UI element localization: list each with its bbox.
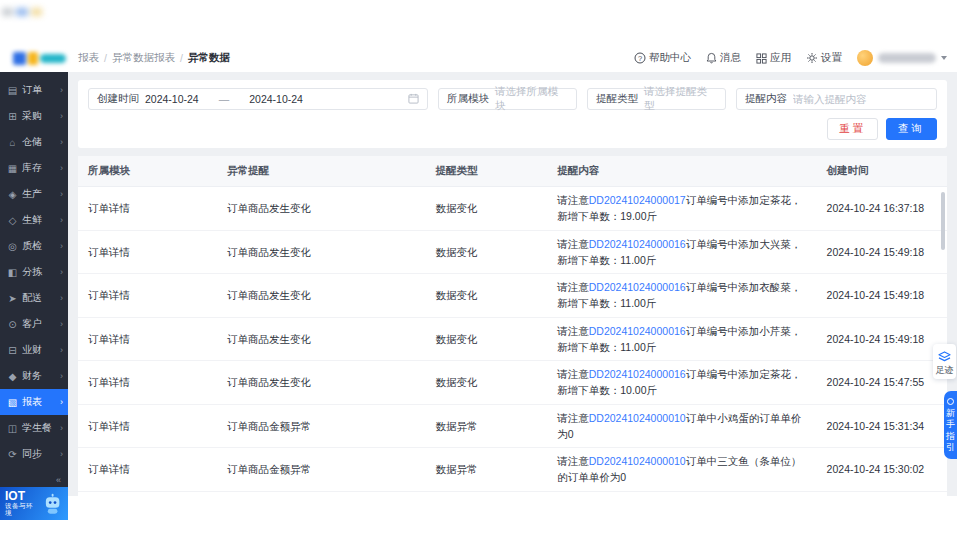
user-menu[interactable] (857, 50, 947, 66)
sidebar-item-label: 采购 (22, 109, 42, 123)
content-prefix: 请注意 (557, 194, 589, 206)
layers-icon (938, 351, 951, 362)
table-row: 订单详情订单商品发生变化数据变化请注意DD20241024000016订单编号中… (78, 274, 947, 318)
alert-type-select[interactable]: 提醒类型 请选择提醒类型 (587, 88, 726, 110)
app-logo[interactable] (0, 52, 78, 65)
cell-time: 2024-10-24 15:49:18 (817, 274, 947, 318)
sidebar-item-kucun[interactable]: ▦库存› (0, 155, 68, 181)
cell-content: 请注意DD20241024000016订单编号中添加小芹菜，新增下单数：11.0… (547, 317, 816, 361)
table-row: 订单详情订单商品金额异常数据异常请注意DD20241024000010订单中小鸡… (78, 404, 947, 448)
sidebar-item-cangchu[interactable]: ⌂仓储› (0, 129, 68, 155)
table-body: 订单详情订单商品发生变化数据变化请注意DD20241024000017订单编号中… (78, 187, 947, 497)
cell-type: 数据变化 (426, 230, 548, 274)
table-row: 订单详情订单商品发生变化数据变化请注意DD20241024000016订单编号中… (78, 230, 947, 274)
order-number-link[interactable]: DD20241024000016 (589, 368, 686, 380)
sidebar-item-tongbu[interactable]: ⟳同步› (0, 441, 68, 467)
col-header-module: 所属模块 (78, 156, 217, 187)
settings-button[interactable]: 设置 (806, 51, 842, 65)
bell-icon (706, 52, 717, 64)
content-prefix: 请注意 (557, 412, 589, 424)
alert-content-input[interactable] (793, 93, 928, 105)
guide-label: 新手指引 (946, 408, 955, 452)
sidebar-item-label: 仓储 (22, 135, 42, 149)
chevron-down-icon (941, 56, 947, 60)
sidebar-item-zhijian[interactable]: ◎质检› (0, 233, 68, 259)
breadcrumb-item[interactable]: 异常数据报表 (112, 51, 175, 65)
date-separator: — (205, 93, 244, 105)
chevron-right-icon: › (60, 163, 63, 173)
iot-logo-block[interactable]: IOT 设备与环境 (0, 487, 68, 520)
cell-type: 数据变化 (426, 491, 548, 496)
reset-button[interactable]: 重置 (827, 118, 878, 140)
sidebar-item-kehu[interactable]: ⊙客户› (0, 311, 68, 337)
cell-type: 数据变化 (426, 274, 548, 318)
apps-button[interactable]: 应用 (756, 51, 791, 65)
sidebar-item-label: 分拣 (22, 265, 42, 279)
order-number-link[interactable]: DD20241024000017 (589, 194, 686, 206)
cell-type: 数据变化 (426, 361, 548, 405)
sidebar-item-label: 业财 (22, 343, 42, 357)
cell-alert: 订单商品发生变化 (217, 187, 426, 231)
qc-icon: ◎ (7, 241, 18, 252)
cell-module: 订单详情 (78, 491, 217, 496)
report-icon: ▧ (7, 397, 18, 408)
help-center-button[interactable]: ? 帮助中心 (634, 51, 691, 65)
sidebar-item-caiwu[interactable]: ◆财务› (0, 363, 68, 389)
studentmeal-icon: ◫ (7, 423, 18, 434)
cell-alert: 订单商品金额异常 (217, 448, 426, 492)
sorting-icon: ◧ (7, 267, 18, 278)
breadcrumb-item[interactable]: 报表 (78, 51, 99, 65)
sidebar-item-baobiao[interactable]: ▧报表› (0, 389, 68, 415)
breadcrumb-separator: / (180, 52, 183, 64)
sidebar-item-xueshengcan[interactable]: ◫学生餐› (0, 415, 68, 441)
sidebar-item-shengchan[interactable]: ◈生产› (0, 181, 68, 207)
sidebar-item-label: 生鲜 (22, 213, 42, 227)
grid-icon (756, 53, 767, 64)
guide-ribbon[interactable]: 新手指引 (944, 391, 957, 459)
order-number-link[interactable]: DD20241024000010 (589, 455, 686, 467)
cell-time: 2024-10-24 16:37:18 (817, 187, 947, 231)
module-placeholder: 请选择所属模块 (495, 85, 568, 113)
sidebar-item-fenjian[interactable]: ◧分拣› (0, 259, 68, 285)
chevron-right-icon: › (60, 371, 63, 381)
footprint-widget[interactable]: 足迹 (933, 344, 956, 379)
delivery-icon: ➤ (7, 293, 18, 304)
order-number-link[interactable]: DD20241024000016 (589, 238, 686, 250)
content-prefix: 请注意 (557, 325, 589, 337)
chevron-right-icon: › (60, 293, 63, 303)
sync-icon: ⟳ (7, 449, 18, 460)
sidebar-item-caigou[interactable]: ⊞采购› (0, 103, 68, 129)
sidebar-item-shengxian[interactable]: ◇生鲜› (0, 207, 68, 233)
sidebar-item-yecai[interactable]: ⊟业财› (0, 337, 68, 363)
vertical-scrollbar-thumb[interactable] (941, 192, 945, 250)
chevron-right-icon: › (60, 449, 63, 459)
col-header-type: 提醒类型 (426, 156, 548, 187)
col-header-time: 创建时间 (817, 156, 947, 187)
sidebar-item-label: 客户 (22, 317, 42, 331)
chevron-right-icon: › (60, 319, 63, 329)
date-filter-label: 创建时间 (97, 92, 139, 106)
content-area: 创建时间 2024-10-24 — 2024-10-24 所属模块 请选择 (68, 72, 957, 496)
breadcrumb-item: 异常数据 (188, 51, 230, 65)
cell-content: 请注意DD20241024000016订单编号中添加大兴菜，新增下单数：11.0… (547, 230, 816, 274)
sidebar-item-peisong[interactable]: ➤配送› (0, 285, 68, 311)
sidebar-collapse-button[interactable]: « (0, 474, 68, 487)
search-button[interactable]: 查询 (886, 118, 937, 140)
date-range-picker[interactable]: 创建时间 2024-10-24 — 2024-10-24 (88, 88, 428, 110)
logo-block-yellow (28, 52, 38, 65)
sidebar-item-dingdan[interactable]: ▤订单› (0, 77, 68, 103)
browser-chrome-blur (2, 8, 42, 16)
messages-button[interactable]: 消息 (706, 51, 741, 65)
module-select[interactable]: 所属模块 请选择所属模块 (438, 88, 577, 110)
cell-time: 2024-10-24 15:49:18 (817, 317, 947, 361)
topbar-actions: ? 帮助中心 消息 应用 设置 (634, 50, 957, 66)
cell-type: 数据变化 (426, 187, 548, 231)
bizfinance-icon: ⊟ (7, 345, 18, 356)
cell-alert: 订单商品发生变化 (217, 491, 426, 496)
chevron-right-icon: › (60, 423, 63, 433)
order-number-link[interactable]: DD20241024000010 (589, 412, 686, 424)
col-header-alert: 异常提醒 (217, 156, 426, 187)
order-number-link[interactable]: DD20241024000016 (589, 281, 686, 293)
cell-content: 请注意DD20241024000010订单编号中添加小白菜，新增下单数：11.0… (547, 491, 816, 496)
order-number-link[interactable]: DD20241024000016 (589, 325, 686, 337)
